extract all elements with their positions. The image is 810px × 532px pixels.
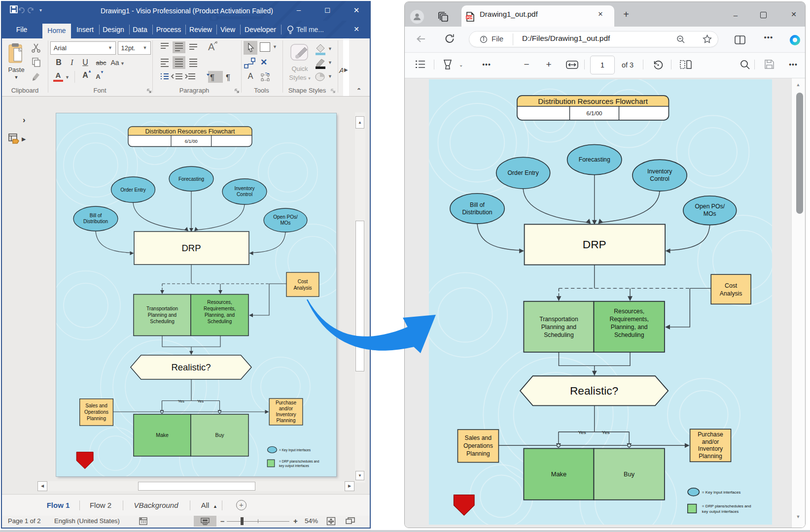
svg-text:¶: ¶	[226, 73, 230, 82]
svg-text:A: A	[208, 41, 215, 52]
svg-text:¶: ¶	[210, 73, 214, 82]
svg-text:PDF: PDF	[467, 16, 473, 19]
